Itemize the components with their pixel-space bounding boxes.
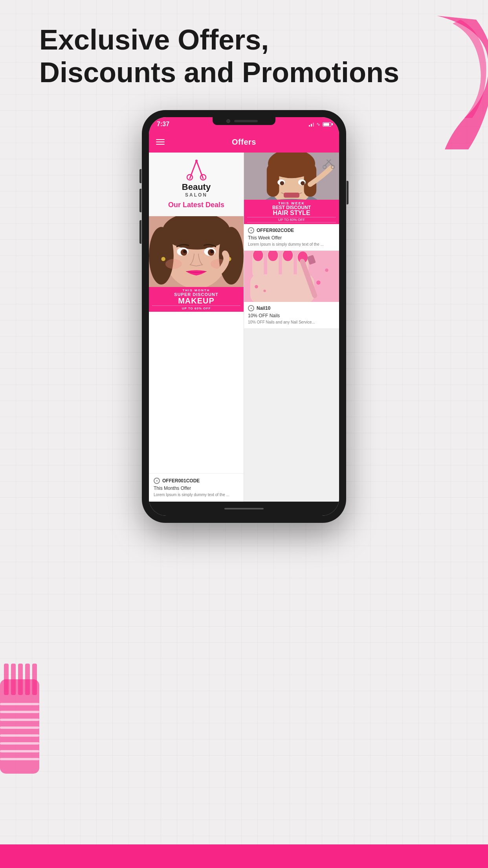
nail-code-row: ✦ Nail10 [248, 305, 335, 311]
makeup-banner: THIS MONTH SUPER DISCOUNT MAKEUP UP TO 6… [149, 287, 244, 312]
svg-point-32 [165, 259, 182, 268]
scissors-logo-icon [187, 159, 206, 180]
nail-offer-image [244, 251, 339, 302]
nail-code-icon: ✦ [248, 305, 254, 311]
svg-rect-2 [11, 664, 16, 695]
makeup-offer-info[interactable]: ✦ OFFER001CODE This Months Offer Lorem I… [149, 473, 244, 502]
nav-title: Offers [232, 138, 256, 147]
offers-grid: Beauty SALON Our Latest Deals [149, 153, 339, 502]
phone-screen: 7:37 ∿ Offers [149, 117, 339, 516]
nail-offer-card: ✦ Nail10 10% OFF Nails 10% OFF Nails and… [244, 251, 339, 502]
phone-outer-frame: 7:37 ∿ Offers [142, 110, 346, 523]
status-icons: ∿ [309, 121, 331, 127]
phone-notch [213, 117, 275, 125]
hair-offer-code: OFFER002CODE [257, 228, 294, 233]
hair-illustration [244, 153, 339, 200]
svg-point-18 [195, 160, 198, 162]
app-content: Beauty SALON Our Latest Deals [149, 153, 339, 502]
svg-rect-46 [284, 193, 299, 198]
signal-icon [309, 122, 314, 127]
svg-point-66 [316, 281, 321, 285]
power-button [347, 181, 349, 204]
svg-rect-1 [4, 664, 9, 695]
svg-point-44 [280, 181, 284, 186]
svg-rect-3 [18, 664, 23, 695]
svg-rect-4 [25, 664, 30, 695]
svg-point-23 [219, 227, 244, 285]
right-column: THIS WEEK BEST DISCOUNT HAIR STYLE UP TO… [244, 153, 339, 502]
makeup-code-row: ✦ OFFER001CODE [154, 478, 239, 484]
hair-offer-desc: Lorem Ipsum is simply dummy text of the … [248, 242, 335, 247]
brand-beauty: Beauty [182, 182, 211, 192]
svg-rect-9 [0, 726, 39, 729]
hair-offer-name: This Week Offer [248, 235, 335, 241]
deco-top-right [413, 12, 488, 153]
logo-tagline: Our Latest Deals [155, 201, 237, 210]
svg-point-65 [263, 290, 266, 292]
nail-illustration [244, 251, 339, 302]
svg-point-22 [149, 227, 174, 285]
hair-off-label: UP TO 60% OFF [247, 217, 336, 223]
hamburger-menu-button[interactable] [156, 139, 165, 145]
makeup-discount-label: SUPER DISCOUNT [152, 292, 240, 297]
svg-point-41 [269, 160, 314, 178]
volume-down-button [139, 220, 141, 244]
svg-rect-10 [0, 734, 39, 737]
hair-product-label: HAIR STYLE [247, 210, 336, 216]
svg-point-67 [325, 268, 328, 272]
svg-rect-6 [0, 703, 39, 705]
svg-line-14 [190, 161, 196, 178]
face-photo [149, 216, 244, 287]
svg-rect-11 [0, 742, 39, 745]
makeup-off-label: UP TO 60% OFF [152, 305, 240, 310]
makeup-offer-desc: Lorem Ipsum is simply dummy text of the … [154, 492, 239, 498]
front-camera [226, 119, 230, 123]
svg-rect-8 [0, 719, 39, 721]
svg-point-64 [255, 285, 258, 288]
status-time: 7:37 [157, 121, 169, 128]
makeup-offer-code: OFFER001CODE [162, 478, 200, 484]
deco-bottom-left [0, 656, 75, 797]
svg-rect-5 [32, 664, 37, 695]
home-indicator [224, 508, 264, 509]
svg-point-29 [210, 250, 213, 253]
phone-speaker [234, 120, 258, 122]
hair-offer-info[interactable]: ✦ OFFER002CODE This Week Offer Lorem Ips… [244, 224, 339, 250]
battery-icon [323, 122, 331, 127]
svg-rect-7 [0, 711, 39, 713]
volume-up-button [139, 189, 141, 212]
nail-offer-desc: 10% OFF Nails and any Nail Service... [248, 320, 335, 325]
headline-section: Exclusive Offers, Discounts and Promotio… [39, 24, 409, 89]
face-illustration [149, 216, 244, 287]
makeup-month-label: THIS MONTH [152, 289, 240, 292]
makeup-code-icon: ✦ [154, 478, 160, 484]
mute-button [139, 169, 141, 183]
page-title: Exclusive Offers, Discounts and Promotio… [39, 24, 409, 89]
hair-offer-card: THIS WEEK BEST DISCOUNT HAIR STYLE UP TO… [244, 153, 339, 251]
svg-rect-12 [0, 750, 39, 752]
nail-offer-info[interactable]: ✦ Nail10 10% OFF Nails 10% OFF Nails and… [244, 302, 339, 328]
brand-salon: SALON [155, 192, 237, 198]
makeup-product-label: MAKEUP [152, 297, 240, 305]
nail-offer-code: Nail10 [257, 305, 270, 311]
phone-mockup: 7:37 ∿ Offers [142, 110, 346, 523]
nail-offer-name: 10% OFF Nails [248, 313, 335, 318]
svg-line-15 [196, 161, 203, 178]
logo-card: Beauty SALON Our Latest Deals [149, 153, 244, 216]
svg-rect-13 [0, 758, 39, 760]
hair-offer-image [244, 153, 339, 200]
nav-bar: Offers [149, 131, 339, 153]
hair-code-row: ✦ OFFER002CODE [248, 227, 335, 234]
svg-point-30 [161, 257, 165, 261]
makeup-offer-name: This Months Offer [154, 485, 239, 491]
bottom-stripe [0, 844, 488, 868]
hair-banner: THIS WEEK BEST DISCOUNT HAIR STYLE UP TO… [244, 200, 339, 224]
wifi-icon: ∿ [316, 121, 320, 127]
svg-point-28 [183, 250, 186, 253]
phone-bottom-bar [149, 502, 339, 516]
makeup-offer-image: THIS MONTH SUPER DISCOUNT MAKEUP UP TO 6… [149, 216, 244, 473]
hair-code-icon: ✦ [248, 227, 254, 234]
svg-point-45 [301, 181, 305, 186]
left-column: Beauty SALON Our Latest Deals [149, 153, 244, 502]
svg-rect-61 [250, 274, 314, 302]
